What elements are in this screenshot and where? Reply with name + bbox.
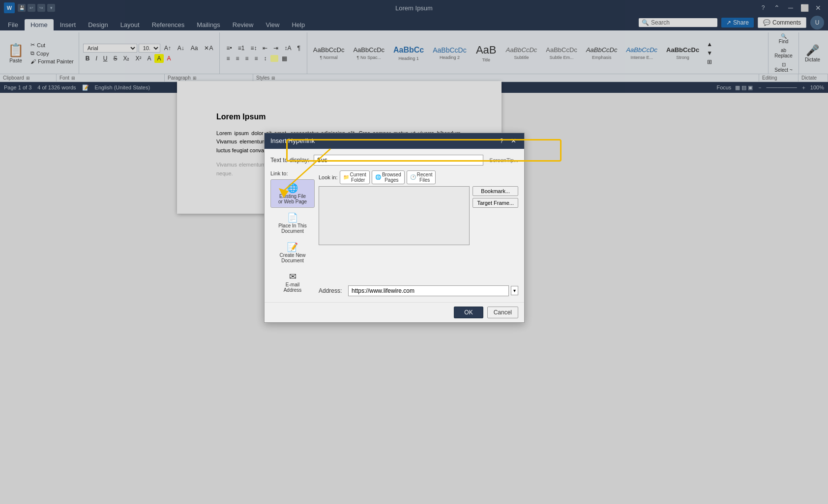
insert-hyperlink-dialog: Insert Hyperlink ? ✕ Text to display: Sc… bbox=[264, 133, 525, 323]
current-folder-icon: 📁 bbox=[343, 174, 349, 180]
target-frame-button[interactable]: Target Frame... bbox=[473, 198, 518, 208]
dialog-body: Link to: 🌐 Existing Fileor Web Page 📄 Pl… bbox=[270, 170, 518, 296]
dialog-content: Text to display: ScreenTip... Link to: 🌐… bbox=[265, 149, 524, 302]
link-to-label: Link to: bbox=[270, 170, 315, 176]
dialog-footer: OK Cancel bbox=[265, 302, 524, 322]
text-to-display-label: Text to display: bbox=[270, 157, 310, 164]
link-to-email[interactable]: ✉ E-mailAddress bbox=[270, 268, 315, 296]
dialog-title-bar: Insert Hyperlink ? ✕ bbox=[265, 133, 524, 149]
create-new-icon: 📝 bbox=[287, 242, 298, 252]
look-in-recent-files[interactable]: 🕐 RecentFiles bbox=[407, 170, 436, 184]
dialog-overlay: Insert Hyperlink ? ✕ Text to display: Sc… bbox=[0, 0, 828, 504]
cancel-button[interactable]: Cancel bbox=[487, 307, 518, 318]
look-in-panel: Look in: 📁 CurrentFolder 🌐 BrowsedPages bbox=[319, 170, 518, 296]
ok-button[interactable]: OK bbox=[454, 307, 483, 318]
text-to-display-row: Text to display: ScreenTip... bbox=[270, 155, 518, 166]
recent-files-icon: 🕐 bbox=[410, 174, 416, 180]
link-to-create-new[interactable]: 📝 Create NewDocument bbox=[270, 238, 315, 267]
dialog-title-buttons: ? ✕ bbox=[497, 136, 518, 146]
address-label: Address: bbox=[319, 287, 346, 294]
look-in-current-folder[interactable]: 📁 CurrentFolder bbox=[340, 170, 370, 184]
dialog-help-button[interactable]: ? bbox=[497, 136, 506, 146]
dialog-side-buttons: Bookmark... Target Frame... bbox=[473, 186, 518, 280]
link-to-panel: Link to: 🌐 Existing Fileor Web Page 📄 Pl… bbox=[270, 170, 315, 296]
link-to-place-in-document[interactable]: 📄 Place In ThisDocument bbox=[270, 209, 315, 237]
bookmark-button[interactable]: Bookmark... bbox=[473, 186, 518, 196]
file-area: Bookmark... Target Frame... bbox=[319, 186, 518, 280]
address-input[interactable] bbox=[348, 285, 509, 296]
look-in-label: Look in: bbox=[319, 174, 338, 180]
file-list[interactable] bbox=[319, 186, 470, 245]
look-in-browsed-pages[interactable]: 🌐 BrowsedPages bbox=[372, 170, 405, 184]
address-row: Address: ▾ bbox=[319, 285, 518, 296]
screenreader-tip-label: ScreenTip... bbox=[489, 157, 518, 163]
dialog-title: Insert Hyperlink bbox=[270, 137, 315, 144]
place-in-doc-icon: 📄 bbox=[287, 212, 298, 223]
link-to-existing-file[interactable]: 🌐 Existing Fileor Web Page bbox=[270, 179, 315, 208]
browsed-pages-icon: 🌐 bbox=[375, 174, 381, 180]
dialog-close-button[interactable]: ✕ bbox=[508, 136, 518, 146]
existing-file-icon: 🌐 bbox=[287, 183, 298, 194]
text-to-display-input[interactable] bbox=[314, 155, 483, 166]
address-dropdown-button[interactable]: ▾ bbox=[511, 286, 518, 295]
email-icon: ✉ bbox=[289, 271, 296, 282]
